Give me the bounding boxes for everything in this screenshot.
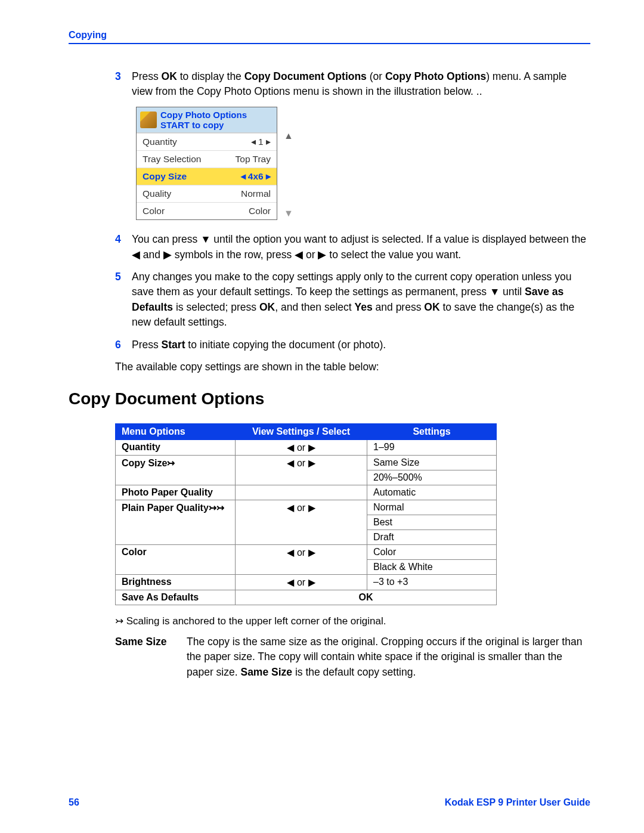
options-table: Menu Options View Settings / Select Sett… [115,423,497,605]
left-arrow-icon: ◀ [295,249,303,261]
lcd-row: QualityNormal [137,185,277,202]
updown-arrow-icon: ▼ [490,286,500,298]
lcd-illustration: Copy Photo Options START to copy Quantit… [136,107,590,221]
footnote: ↣ Scaling is anchored to the upper left … [115,614,590,628]
step-6: 6 Press Start to initiate copying the do… [115,337,590,352]
lcd-row: Tray SelectionTop Tray [137,150,277,168]
section-title: Copy Document Options [69,389,590,408]
left-arrow-icon: ◀ [132,249,140,261]
step-3: 3 Press OK to display the Copy Document … [115,69,590,100]
table-row: Photo Paper QualityAutomatic [116,485,497,500]
guide-title: Kodak ESP 9 Printer User Guide [445,797,590,808]
table-row: Quantity◀ or ▶1–99 [116,440,497,456]
col-view-select: View Settings / Select [236,424,367,440]
page-footer: 56 Kodak ESP 9 Printer User Guide [69,797,590,808]
intro-paragraph: The available copy settings are shown in… [115,360,590,374]
page-number: 56 [69,797,79,808]
lcd-row: ColorColor [137,202,277,219]
table-row: Color◀ or ▶ColorBlack & White [116,545,497,575]
lcd-row: Quantity◂ 1 ▸ [137,133,277,150]
step-number: 3 [115,69,132,100]
down-arrow-icon: ▼ [200,233,210,245]
table-row: Brightness◀ or ▶–3 to +3 [116,575,497,590]
scroll-up-icon: ▲ [284,131,293,141]
step-5: 5 Any changes you make to the copy setti… [115,270,590,330]
right-arrow-icon: ▶ [163,249,172,261]
right-arrow-icon: ▶ [318,249,326,261]
step-text: Press OK to display the Copy Document Op… [132,69,590,100]
col-menu-options: Menu Options [116,424,236,440]
table-row: Save As DefaultsOK [116,590,497,605]
scroll-down-icon: ▼ [284,208,293,219]
definition-same-size: Same Size The copy is the same size as t… [115,634,590,680]
footnote-icon: ↣ [115,615,123,627]
col-settings: Settings [367,424,497,440]
step-4: 4 You can press ▼ until the option you w… [115,232,590,262]
page-header: Copying [69,30,590,44]
table-row: Copy Size↣◀ or ▶Same Size20%–500% [116,456,497,485]
photo-icon [140,112,157,128]
lcd-row: Copy Size◂ 4x6 ▸ [137,168,277,185]
table-row: Plain Paper Quality↣↣◀ or ▶NormalBestDra… [116,500,497,545]
